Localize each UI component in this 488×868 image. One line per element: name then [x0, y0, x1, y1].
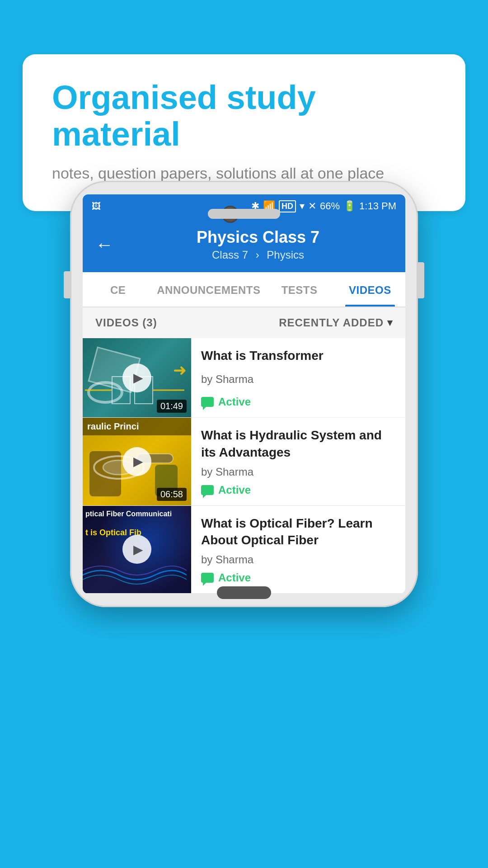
- side-button-left: [64, 271, 70, 298]
- tab-announcements[interactable]: ANNOUNCEMENTS: [153, 272, 264, 307]
- bubble-title: Organised study material: [52, 79, 436, 153]
- header-title-area: Physics Class 7 Class 7 › Physics: [123, 228, 393, 261]
- video-title-2: What is Hydraulic System and its Advanta…: [201, 427, 395, 461]
- hd-badge: HD: [279, 200, 296, 212]
- video-item-1[interactable]: ➜ ▶ 01:49 What is Transformer by Sharma: [83, 338, 405, 418]
- phone-speaker: [208, 209, 280, 219]
- clock: 1:13 PM: [359, 200, 396, 212]
- video-item-3[interactable]: ptical Fiber Communicati t is Optical Fi…: [83, 506, 405, 594]
- videos-section-header: VIDEOS (3) RECENTLY ADDED ▾: [83, 307, 405, 338]
- photo-icon: 🖼: [92, 201, 101, 212]
- play-button-1[interactable]: ▶: [122, 363, 151, 392]
- play-button-3[interactable]: ▶: [122, 535, 151, 564]
- phone-screen: 🖼 ✱ 📶 HD ▾ ✕ 66% 🔋 1:13 PM ← Physics Cla…: [83, 194, 405, 594]
- tabs-bar: CE ANNOUNCEMENTS TESTS VIDEOS: [83, 272, 405, 307]
- tab-tests[interactable]: TESTS: [264, 272, 334, 307]
- sort-button[interactable]: RECENTLY ADDED ▾: [279, 316, 393, 329]
- fiber-svg: [83, 561, 187, 589]
- video-status-2: Active: [201, 484, 395, 496]
- video-duration-1: 01:49: [157, 400, 187, 413]
- phone-home-button[interactable]: [217, 586, 271, 599]
- video-info-1: What is Transformer by Sharma Active: [191, 338, 405, 417]
- back-button[interactable]: ←: [95, 236, 113, 254]
- side-button-right: [418, 262, 424, 298]
- video-title-1: What is Transformer: [201, 347, 395, 364]
- wifi-icon: ▾: [300, 200, 305, 212]
- app-header: ← Physics Class 7 Class 7 › Physics: [83, 218, 405, 272]
- video-thumb-1: ➜ ▶ 01:49: [83, 338, 191, 417]
- phone-outer: 🖼 ✱ 📶 HD ▾ ✕ 66% 🔋 1:13 PM ← Physics Cla…: [70, 181, 418, 607]
- status-label-1: Active: [218, 396, 251, 408]
- breadcrumb-class: Class 7: [212, 249, 248, 261]
- tab-videos-label: VIDEOS: [349, 284, 391, 296]
- phone-mockup: 🖼 ✱ 📶 HD ▾ ✕ 66% 🔋 1:13 PM ← Physics Cla…: [70, 181, 418, 607]
- video-thumb-3: ptical Fiber Communicati t is Optical Fi…: [83, 506, 191, 594]
- tab-announcements-label: ANNOUNCEMENTS: [157, 284, 260, 296]
- sort-label: RECENTLY ADDED: [279, 316, 384, 329]
- battery-percent: 66%: [320, 200, 340, 212]
- breadcrumb-subject: Physics: [267, 249, 304, 261]
- video-info-3: What is Optical Fiber? Learn About Optic…: [191, 506, 405, 594]
- status-left: 🖼: [92, 201, 101, 212]
- tab-tests-label: TESTS: [282, 284, 318, 296]
- video-item-2[interactable]: raulic Princi ▶ 06:58 What is Hydraulic …: [83, 418, 405, 506]
- battery-icon: 🔋: [343, 200, 356, 212]
- status-label-2: Active: [218, 484, 251, 496]
- video-author-2: by Sharma: [201, 466, 395, 478]
- chat-icon-3: [201, 573, 214, 583]
- header-title: Physics Class 7: [123, 228, 393, 247]
- videos-count: VIDEOS (3): [95, 316, 157, 329]
- chat-icon-2: [201, 485, 214, 495]
- fiber-text-1: ptical Fiber Communicati: [85, 509, 172, 519]
- header-breadcrumb: Class 7 › Physics: [123, 249, 393, 261]
- tab-ce[interactable]: CE: [83, 272, 153, 307]
- breadcrumb-separator: ›: [256, 249, 259, 261]
- play-button-2[interactable]: ▶: [122, 447, 151, 476]
- data-icon: ✕: [308, 200, 316, 212]
- video-duration-2: 06:58: [157, 488, 187, 501]
- tab-ce-label: CE: [110, 284, 126, 296]
- chat-icon-1: [201, 397, 214, 407]
- video-author-1: by Sharma: [201, 373, 395, 386]
- status-label-3: Active: [218, 571, 251, 584]
- video-title-3: What is Optical Fiber? Learn About Optic…: [201, 515, 395, 549]
- video-author-3: by Sharma: [201, 553, 395, 566]
- thumb-overlay-text-2: raulic Princi: [83, 418, 191, 435]
- tab-videos[interactable]: VIDEOS: [335, 272, 405, 307]
- video-thumb-2: raulic Princi ▶ 06:58: [83, 418, 191, 505]
- chevron-down-icon: ▾: [387, 317, 393, 329]
- video-info-2: What is Hydraulic System and its Advanta…: [191, 418, 405, 505]
- video-status-1: Active: [201, 396, 395, 408]
- video-status-3: Active: [201, 571, 395, 584]
